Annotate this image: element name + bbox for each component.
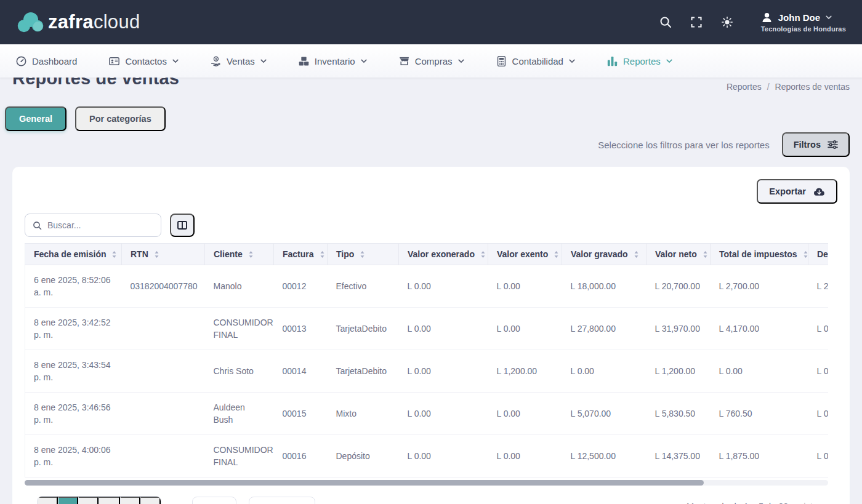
table-cell: L 0.00: [399, 393, 488, 435]
table-cell: [122, 308, 205, 350]
column-header[interactable]: Factura: [274, 244, 328, 265]
nav-item-ventas[interactable]: Ventas: [211, 56, 267, 66]
nav-item-contabilidad[interactable]: Contabilidad: [496, 56, 575, 66]
nav-item-dashboard[interactable]: Dashboard: [16, 56, 77, 66]
column-header[interactable]: Valor exento: [488, 244, 562, 265]
nav-item-label: Contabilidad: [512, 56, 563, 66]
tab-por-categorías[interactable]: Por categorías: [75, 106, 166, 131]
filters-button[interactable]: Filtros: [782, 132, 850, 157]
column-header[interactable]: Fecha de emisión: [25, 244, 122, 265]
chevron-down-icon: [172, 59, 179, 63]
column-header[interactable]: Total de impuestos: [711, 244, 808, 265]
table-cell: L 0.00: [399, 435, 488, 478]
table-cell: 6 ene 2025, 8:52:06 a. m.: [25, 265, 122, 308]
dashboard-icon: [16, 56, 26, 66]
sort-icon: [154, 250, 159, 258]
table-row[interactable]: 8 ene 2025, 3:43:54 p. m.Chris Soto00014…: [25, 350, 829, 393]
nav-item-label: Compras: [415, 56, 453, 66]
nav-item-contactos[interactable]: Contactos: [109, 56, 179, 66]
page-button-2[interactable]: 2: [78, 497, 99, 504]
table-row[interactable]: 8 ene 2025, 3:42:52 p. m.CONSUMIDOR FINA…: [25, 308, 829, 350]
page-button-1[interactable]: 1: [58, 497, 78, 504]
nav-item-label: Inventario: [315, 56, 355, 66]
table-cell: L 31,970.00: [647, 308, 711, 350]
table-cell: Mixto: [328, 393, 399, 435]
table-cell: L 0.00: [808, 308, 829, 350]
nav-item-label: Ventas: [227, 56, 255, 66]
column-header[interactable]: Valor neto: [647, 244, 711, 265]
horizontal-scrollbar[interactable]: [25, 480, 828, 486]
search-icon: [33, 221, 42, 230]
records-summary: Mostrando de 1 a 5 de 23 registros: [687, 496, 825, 504]
nav-item-label: Reportes: [623, 56, 661, 66]
table-row[interactable]: 8 ene 2025, 4:00:06 p. m.CONSUMIDOR FINA…: [25, 435, 829, 478]
breadcrumb-item[interactable]: Reportes de ventas: [775, 82, 850, 92]
sliders-icon: [828, 140, 838, 149]
column-settings-button[interactable]: [170, 214, 195, 237]
table-cell: [122, 350, 205, 393]
table-cell: L 2,700.00: [711, 265, 808, 308]
page-size-select[interactable]: Mostrar 5: [249, 497, 315, 504]
table-cell: TarjetaDebito: [328, 350, 399, 393]
table-cell: 00016: [274, 435, 328, 478]
table-cell: 00014: [274, 350, 328, 393]
page-ellipsis[interactable]: ...: [99, 497, 120, 504]
search-icon[interactable]: [650, 10, 681, 34]
fullscreen-icon[interactable]: [681, 10, 712, 34]
user-menu[interactable]: John Doe Tecnologias de Honduras: [761, 12, 846, 33]
table-cell: L 14,375.00: [647, 435, 711, 478]
nav-item-compras[interactable]: Compras: [399, 56, 464, 66]
table-row[interactable]: 6 ene 2025, 8:52:06 a. m.03182004007780M…: [25, 265, 829, 308]
table-cell: L 27,800.00: [562, 308, 647, 350]
page-button-5[interactable]: 5: [120, 497, 140, 504]
column-header[interactable]: Tipo: [328, 244, 399, 265]
table-cell: L 12,500.00: [562, 435, 647, 478]
chevron-down-icon: [666, 59, 672, 63]
table-cell: L 4,170.00: [711, 308, 808, 350]
tab-general[interactable]: General: [5, 106, 66, 131]
main-nav: DashboardContactosVentasInventarioCompra…: [0, 44, 862, 78]
table-cell: L 2,000.00: [808, 265, 829, 308]
app-logo[interactable]: zafracloud: [16, 11, 140, 34]
table-cell: L 5,070.00: [562, 393, 647, 435]
goto-page-input[interactable]: [192, 497, 236, 504]
sort-icon: [360, 250, 365, 258]
prev-page-button[interactable]: [38, 497, 58, 504]
table-cell: Efectivo: [328, 265, 399, 308]
nav-item-inventario[interactable]: Inventario: [299, 56, 367, 66]
table-cell: 8 ene 2025, 3:43:54 p. m.: [25, 350, 122, 393]
table-cell: 8 ene 2025, 3:46:56 p. m.: [25, 393, 122, 435]
theme-toggle-icon[interactable]: [712, 10, 743, 34]
table-row[interactable]: 8 ene 2025, 3:46:56 p. m.Auldeen Bush000…: [25, 393, 829, 435]
column-header-label: Tipo: [336, 249, 354, 259]
column-header[interactable]: RTN: [122, 244, 205, 265]
table-cell: L 0.00: [488, 435, 562, 478]
search-input[interactable]: [47, 220, 159, 230]
user-avatar-icon: [761, 12, 773, 23]
table-cell: L 0.00: [808, 393, 829, 435]
nav-item-reportes[interactable]: Reportes: [607, 56, 672, 66]
user-organization: Tecnologias de Honduras: [761, 25, 846, 33]
report-table: Fecha de emisiónRTNClienteFacturaTipoVal…: [25, 243, 828, 478]
table-search: [25, 214, 161, 237]
column-header-label: Fecha de emisión: [34, 249, 106, 259]
export-button-label: Exportar: [769, 186, 806, 196]
table-cell: 8 ene 2025, 3:42:52 p. m.: [25, 308, 122, 350]
column-header[interactable]: Cliente: [205, 244, 274, 265]
sort-icon: [554, 250, 559, 258]
sort-icon: [480, 250, 486, 258]
table-cell: Depósito: [328, 435, 399, 478]
breadcrumb-item[interactable]: Reportes: [727, 82, 762, 92]
export-button[interactable]: Exportar: [757, 179, 837, 204]
column-header[interactable]: Valor gravado: [562, 244, 647, 265]
column-header[interactable]: Valor exonerado: [399, 244, 488, 265]
table-body: 6 ene 2025, 8:52:06 a. m.03182004007780M…: [25, 265, 829, 478]
scrollbar-thumb[interactable]: [25, 480, 704, 486]
table-cell: Manolo: [205, 265, 274, 308]
column-header[interactable]: Descuentos: [808, 244, 829, 265]
next-page-button[interactable]: [140, 497, 161, 504]
column-header-label: Valor gravado: [571, 249, 628, 259]
sort-icon: [111, 250, 117, 258]
column-header-label: Total de impuestos: [719, 249, 797, 259]
purchases-icon: [399, 56, 409, 66]
